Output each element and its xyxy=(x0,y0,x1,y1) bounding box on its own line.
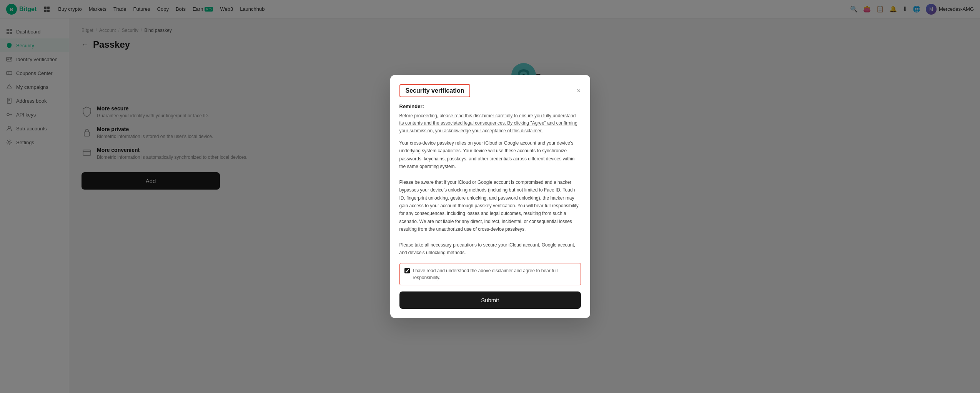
modal-title: Security verification xyxy=(399,84,471,97)
modal-header: Security verification × xyxy=(399,84,581,97)
modal-close-button[interactable]: × xyxy=(577,87,581,95)
modal-overlay: Security verification × Reminder: Before… xyxy=(0,0,980,393)
reminder-label: Reminder: xyxy=(399,103,581,109)
disclaimer-checkbox[interactable] xyxy=(404,268,410,273)
checkbox-label[interactable]: I have read and understood the above dis… xyxy=(413,267,576,281)
security-verification-modal: Security verification × Reminder: Before… xyxy=(390,75,590,318)
disclaimer-text[interactable]: Before proceeding, please read this disc… xyxy=(399,112,581,135)
submit-button[interactable]: Submit xyxy=(399,291,581,309)
disclaimer-checkbox-row: I have read and understood the above dis… xyxy=(399,263,581,285)
modal-body-text: Your cross-device passkey relies on your… xyxy=(399,139,581,257)
